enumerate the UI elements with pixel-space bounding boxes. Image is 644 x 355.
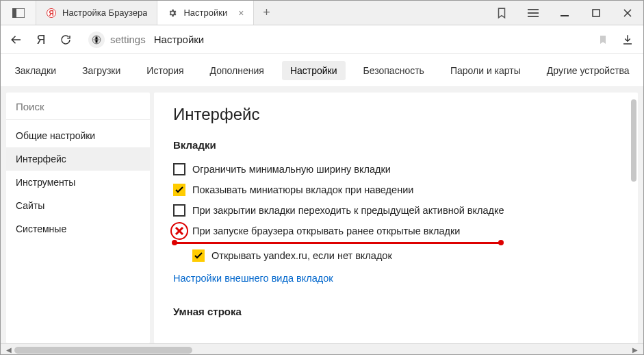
tab-title: Настройка Браузера <box>62 8 147 18</box>
annotation-x-icon <box>170 222 188 240</box>
content-panel: Интерфейс Вкладки Ограничить минимальную… <box>154 93 638 343</box>
nav-history[interactable]: История <box>138 61 192 80</box>
nav-downloads[interactable]: Загрузки <box>74 61 129 80</box>
menu-icon[interactable] <box>517 1 549 25</box>
back-button[interactable] <box>9 32 24 47</box>
address-box[interactable]: settings Настройки <box>83 29 586 50</box>
section-smartline-title: Умная строка <box>173 306 619 317</box>
close-button[interactable] <box>612 1 643 25</box>
page-heading: Интерфейс <box>173 105 619 124</box>
yandex-icon: Я <box>46 8 57 19</box>
new-tab-button[interactable]: + <box>254 1 279 25</box>
scrollbar-thumb[interactable] <box>14 347 192 354</box>
search-input[interactable] <box>16 101 140 112</box>
gear-icon <box>167 8 178 19</box>
scrollbar-thumb[interactable] <box>631 99 636 182</box>
tabs-appearance-link[interactable]: Настройки внешнего вида вкладок <box>173 273 333 284</box>
settings-nav: Закладки Загрузки История Дополнения Нас… <box>1 54 643 87</box>
tab-0[interactable]: Я Настройка Браузера <box>36 1 157 25</box>
nav-security[interactable]: Безопасность <box>355 61 433 80</box>
option-label: Открывать yandex.ru, если нет вкладок <box>211 250 392 261</box>
bookmarks-bar-icon[interactable] <box>486 1 517 25</box>
svg-rect-6 <box>528 16 539 17</box>
tab-title: Настройки <box>183 8 227 18</box>
reload-button[interactable] <box>58 32 73 47</box>
downloads-icon[interactable] <box>620 32 635 47</box>
bookmark-icon[interactable] <box>595 32 610 47</box>
sidebar-item-sites[interactable]: Сайты <box>6 194 150 217</box>
option-label: Ограничить минимальную ширину вкладки <box>192 164 391 175</box>
nav-bookmarks[interactable]: Закладки <box>6 61 64 80</box>
svg-rect-7 <box>561 15 569 16</box>
svg-rect-1 <box>12 8 16 18</box>
svg-text:Я: Я <box>37 33 46 47</box>
titlebar-spacer <box>279 1 486 25</box>
sidebar-item-system[interactable]: Системные <box>6 217 150 241</box>
svg-rect-8 <box>593 10 600 16</box>
scrollbar-vertical[interactable] <box>630 99 636 336</box>
svg-rect-5 <box>528 12 539 14</box>
option-min-width: Ограничить минимальную ширину вкладки <box>173 159 619 180</box>
scrollbar-horizontal[interactable] <box>14 345 630 355</box>
svg-rect-4 <box>528 9 539 10</box>
bottom-scrollbar: ◀ ▶ <box>1 343 643 355</box>
url-host: settings <box>110 34 146 45</box>
nav-settings[interactable]: Настройки <box>282 61 346 80</box>
maximize-button[interactable] <box>580 1 612 25</box>
nav-extensions[interactable]: Дополнения <box>202 61 272 80</box>
yandex-home-button[interactable]: Я <box>34 32 49 47</box>
section-tabs-title: Вкладки <box>173 139 619 151</box>
settings-sidebar: Общие настройки Интерфейс Инструменты Са… <box>6 93 150 343</box>
option-restore-tabs: При запуске браузера открывать ранее отк… <box>173 221 619 241</box>
scroll-left-arrow[interactable]: ◀ <box>3 346 14 354</box>
panel-toggle[interactable] <box>1 1 36 25</box>
checkbox[interactable] <box>173 184 185 196</box>
site-info-icon[interactable] <box>88 32 105 48</box>
svg-text:Я: Я <box>49 9 53 16</box>
sidebar-item-interface[interactable]: Интерфейс <box>6 147 150 171</box>
option-label: Показывать миниатюры вкладок при наведен… <box>192 184 413 195</box>
close-icon[interactable]: × <box>238 8 244 19</box>
annotation-underline <box>173 242 502 244</box>
url-title: Настройки <box>154 34 205 45</box>
sidebar-item-tools[interactable]: Инструменты <box>6 171 150 194</box>
minimize-button[interactable] <box>549 1 580 25</box>
option-close-prev: При закрытии вкладки переходить к предыд… <box>173 200 619 221</box>
scroll-right-arrow[interactable]: ▶ <box>630 346 641 354</box>
nav-passwords[interactable]: Пароли и карты <box>442 61 529 80</box>
panel-icon <box>12 8 25 19</box>
option-thumbnails: Показывать миниатюры вкладок при наведен… <box>173 180 619 200</box>
option-open-yandex: Открывать yandex.ru, если нет вкладок <box>173 245 619 266</box>
checkbox[interactable] <box>192 249 205 262</box>
sidebar-item-general[interactable]: Общие настройки <box>6 124 150 147</box>
option-label: При закрытии вкладки переходить к предыд… <box>192 205 504 216</box>
checkbox[interactable] <box>173 204 185 217</box>
option-label: При запуске браузера открывать ранее отк… <box>192 225 460 236</box>
tab-1[interactable]: Настройки × <box>157 1 254 25</box>
checkbox[interactable] <box>173 163 185 175</box>
nav-devices[interactable]: Другие устройства <box>539 61 638 80</box>
